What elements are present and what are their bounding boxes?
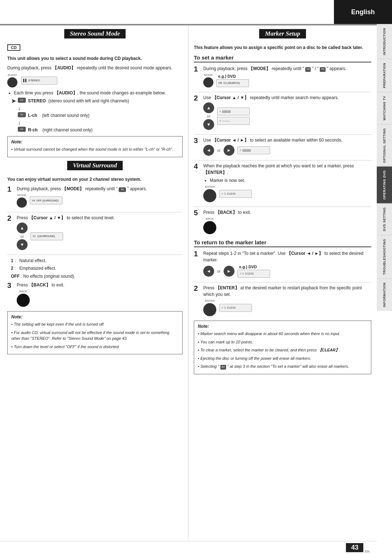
top-bar: English bbox=[334, 0, 392, 24]
marker-step5-num: 5 bbox=[194, 209, 200, 216]
tab-information[interactable]: INFORMATION bbox=[377, 278, 392, 311]
or-label-4: or bbox=[217, 269, 221, 273]
cursor-up-btn: ▲ bbox=[17, 223, 28, 233]
marker-step3-num: 3 bbox=[194, 137, 200, 144]
marker-mode-button bbox=[203, 77, 213, 87]
stereo-intro: This unit allows you to select a sound m… bbox=[7, 55, 183, 62]
stereo-icon: >> bbox=[18, 98, 26, 103]
or-label-3: or bbox=[217, 148, 221, 152]
note2-title: Note: bbox=[11, 314, 179, 320]
tab-operating-dvd[interactable]: OPERATING DVD bbox=[377, 166, 392, 203]
side-tabs: INTRODUCTION PREPARATION WATCHING TV OPT… bbox=[377, 24, 392, 311]
note-box-1: Note: • Virtual surround cannot be chang… bbox=[7, 136, 183, 157]
marker-step3-screen: ✓ ||||||||||||| bbox=[237, 146, 270, 154]
vs-step2-content: Press 【Cursor ▲ / ▼】 to select the sound… bbox=[17, 215, 183, 252]
marker-note-2: • You can mark up to 10 points. bbox=[198, 339, 367, 345]
rch-icon: >> bbox=[18, 127, 26, 132]
marker-step5-buttons: BACK bbox=[203, 217, 371, 234]
audio-button bbox=[7, 77, 17, 87]
return-enter-button bbox=[203, 303, 216, 316]
vs-step-2: 2 Press 【Cursor ▲ / ▼】 to select the sou… bbox=[7, 215, 183, 252]
vs-step1-screen: V4 OFF (SURROUND) bbox=[30, 196, 62, 204]
tab-optional-setting[interactable]: OPTIONAL SETTING bbox=[377, 124, 392, 167]
marker-step-1: 1 During playback, press 【MODE】 repeated… bbox=[194, 65, 371, 89]
vs-icon: VS bbox=[119, 187, 126, 192]
marker-step3-buttons: ◄ or ► ✓ ||||||||||||| bbox=[203, 145, 371, 156]
marker-step2-screen2: ✓ --------- bbox=[217, 117, 250, 125]
marker-step4-num: 4 bbox=[194, 163, 200, 170]
vs-step2-num: 2 bbox=[7, 215, 14, 222]
return-step1-buttons: ◄ or ► e.g.) DVD ✓ 1 0:12:01 bbox=[203, 265, 371, 278]
return-step1-content: Repeat steps 1-2 in "To set a marker". U… bbox=[203, 250, 371, 279]
marker-cursor-right: ► bbox=[224, 145, 234, 156]
effect-labels: 1 : Natural effect. 2 : Emphasized effec… bbox=[11, 257, 183, 281]
vs-step2-screen: V1 1(SURROUND) bbox=[30, 232, 63, 240]
marker-note-1: • Marker search menu will disappear in a… bbox=[198, 331, 367, 337]
marker-cursor-down: ▼ bbox=[203, 119, 214, 130]
stereo-mode: >> STEREO (stereo sound with left and ri… bbox=[18, 98, 129, 104]
marker-step5-content: Press 【BACK】 to exit. BACK bbox=[203, 209, 371, 236]
marker-step1-screen: Off /12 (SEARCH) bbox=[216, 79, 249, 87]
return-step2-buttons: ENTER ✓ 1 0:12:01 bbox=[203, 299, 371, 316]
vs-step-3: 3 Press 【BACK】 to exit. BACK bbox=[7, 282, 183, 308]
marker-note-4: • Ejecting the disc or turning off the p… bbox=[198, 355, 367, 362]
marker-step3-text: Use 【Cursor ◄ / ►】 to select an availabl… bbox=[203, 137, 371, 143]
page-number: 43 bbox=[346, 543, 363, 552]
effect-off: OFF : No effects (original sound). bbox=[11, 273, 183, 281]
tab-troubleshooting[interactable]: TROUBLESHOOTING bbox=[377, 235, 392, 278]
marker-step2-buttons: ▲ or ▼ ✓ ||||||||||||| ✓ --------- bbox=[203, 102, 371, 130]
stereo-bullets: Each time you press 【AUDIO】, the sound m… bbox=[7, 90, 183, 96]
return-cursor-right: ► bbox=[224, 266, 234, 277]
marker-cursor-left: ◄ bbox=[203, 145, 214, 156]
tab-introduction[interactable]: INTRODUCTION bbox=[377, 24, 392, 59]
marker-set-bullet: Marker is now set. bbox=[203, 177, 371, 184]
lch-icon: >> bbox=[18, 112, 26, 117]
marker-note-title: Note: bbox=[198, 323, 367, 330]
main-content: Stereo Sound Mode CD This unit allows yo… bbox=[0, 25, 377, 539]
eg-dvd-2: e.g.) DVD bbox=[239, 265, 257, 269]
marker-note-box: Note: • Marker search menu will disappea… bbox=[194, 321, 371, 374]
vs-step2-buttons: ▲ or ▼ V1 1(SURROUND) bbox=[17, 223, 183, 250]
return-step-2: 2 Press 【ENTER】 at the desired marker to… bbox=[194, 285, 371, 318]
note1-title: Note: bbox=[11, 139, 179, 145]
marker-step4-content: When the playback reaches the point at w… bbox=[203, 163, 371, 204]
effect-1: 1 : Natural effect. bbox=[11, 257, 183, 265]
return-step2-text: Press 【ENTER】 at the desired marker to r… bbox=[203, 285, 371, 298]
vs-step-1: 1 During playback, press 【MODE】 repeated… bbox=[7, 186, 183, 209]
return-step1-num: 1 bbox=[194, 250, 200, 257]
language-label: English bbox=[351, 8, 375, 16]
return-step1-text: Repeat steps 1-2 in "To set a marker". U… bbox=[203, 250, 371, 263]
marker-note-5: • Selecting " AC " at step 3 in the sect… bbox=[198, 363, 367, 370]
tab-watching-tv[interactable]: WATCHING TV bbox=[377, 92, 392, 124]
marker-step1-content: During playback, press 【MODE】 repeatedly… bbox=[203, 65, 371, 89]
note2-item-1: • The setting will be kept even if the u… bbox=[11, 321, 179, 327]
marker-step4-buttons: ENTER ✓ 1 0:12:01 bbox=[203, 185, 371, 202]
rch-mode: >> R-ch (right channel sound only) bbox=[18, 127, 129, 133]
marker-note-3: • To clear a marker, select the marker t… bbox=[198, 347, 367, 353]
marker-cursor-up: ▲ bbox=[203, 102, 214, 113]
vs-title-container: Virtual Surround bbox=[7, 161, 183, 173]
vs-step1-content: During playback, press 【MODE】 repeatedly… bbox=[17, 186, 183, 209]
cursor-down-btn: ▼ bbox=[17, 239, 28, 250]
cd-badge-container: CD bbox=[7, 44, 183, 53]
marker-title-container: Marker Setup bbox=[194, 29, 371, 41]
return-step2-num: 2 bbox=[194, 285, 200, 292]
audio-screen: ▌▌ STEREO bbox=[21, 77, 57, 85]
page-suffix: EN bbox=[365, 550, 369, 554]
marker-step-5: 5 Press 【BACK】 to exit. BACK bbox=[194, 209, 371, 236]
note2-item-2: • For audio CD, virtual surround will no… bbox=[11, 330, 179, 342]
return-step2-content: Press 【ENTER】 at the desired marker to r… bbox=[203, 285, 371, 318]
marker-step-4: 4 When the playback reaches the point at… bbox=[194, 163, 371, 204]
marker-step2-num: 2 bbox=[194, 94, 200, 102]
tab-preparation[interactable]: PREPARATION bbox=[377, 59, 392, 92]
marker-set-item: Marker is now set. bbox=[210, 177, 371, 184]
return-cursor-left: ◄ bbox=[203, 266, 214, 277]
marker-step1-buttons: MODE e.g.) DVD Off /12 (SEARCH) bbox=[203, 73, 371, 87]
marker-step5-text: Press 【BACK】 to exit. bbox=[203, 209, 371, 216]
vs-step2-text: Press 【Cursor ▲ / ▼】 to select the sound… bbox=[17, 215, 183, 221]
note1-item-1: • Virtual surround cannot be changed whe… bbox=[11, 146, 179, 152]
marker-step-2: 2 Use 【Cursor ▲ / ▼】 repeatedly until ma… bbox=[194, 94, 371, 131]
cd-badge: CD bbox=[7, 44, 20, 51]
tab-dvd-setting[interactable]: DVD SETTING bbox=[377, 203, 392, 235]
marker-step1-text: During playback, press 【MODE】 repeatedly… bbox=[203, 65, 371, 72]
